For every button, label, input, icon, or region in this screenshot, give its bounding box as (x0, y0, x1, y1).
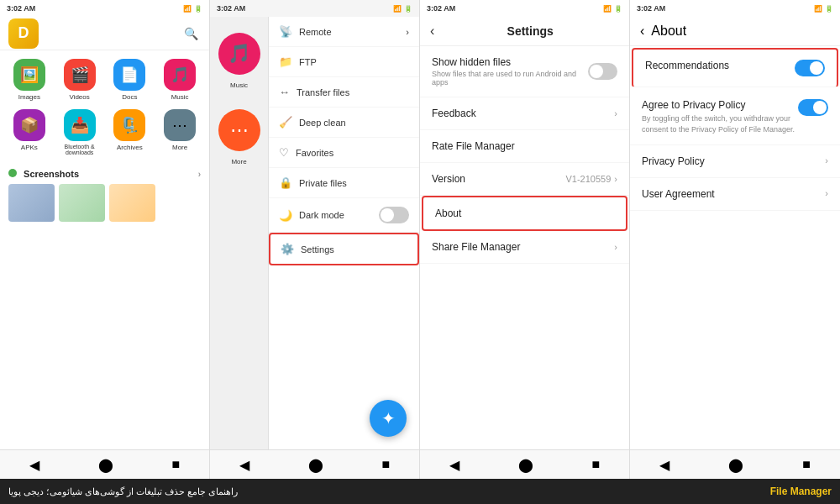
app-apks[interactable]: 📦 APKs (5, 106, 54, 159)
app-docs[interactable]: 📄 Docs (106, 55, 155, 104)
nav-home-icon-2[interactable]: ⬤ (308, 457, 323, 473)
search-icon[interactable]: 🔍 (181, 24, 201, 44)
app-music[interactable]: 🎵 Music (155, 55, 204, 104)
videos-label: Videos (69, 93, 89, 101)
bluetooth-label: Bluetooth & downloads (57, 144, 102, 155)
version-label: Version (432, 173, 465, 185)
bottom-bar: راهنمای جامع حذف تبلیغات از گوشی‌های شیا… (0, 479, 840, 504)
menu-transfer[interactable]: ↔ Transfer files (269, 77, 419, 108)
panel-settings: 3:02 AM 📶 🔋 ‹ Settings Show hidden files… (420, 0, 630, 479)
recommendations-toggle[interactable] (795, 60, 825, 76)
nav-home-icon-4[interactable]: ⬤ (728, 457, 743, 473)
privacy-toggle[interactable] (798, 99, 828, 116)
app-images[interactable]: 🖼️ Images (5, 55, 54, 104)
menu-remote-left: 📡 Remote (279, 25, 332, 38)
screenshots-header-left: Screenshots (8, 169, 79, 179)
sidebar-music-icon: 🎵 (218, 33, 260, 75)
nav-back-icon[interactable]: ◀ (29, 457, 39, 473)
status-icons-3: 📶 🔋 (603, 5, 622, 13)
time-1: 3:02 AM (7, 4, 35, 13)
nav-recents-icon-3[interactable]: ■ (591, 457, 600, 472)
wifi-icon: 📶 (183, 5, 192, 13)
status-icons-4: 📶 🔋 (814, 5, 833, 13)
nav-back-icon-3[interactable]: ◀ (449, 457, 459, 473)
about-privacy-agree[interactable]: Agree to Privacy Policy By toggling off … (630, 89, 840, 145)
nav-back-icon-2[interactable]: ◀ (239, 457, 249, 473)
menu-transfer-left: ↔ Transfer files (279, 86, 349, 98)
menu-darkmode[interactable]: 🌙 Dark mode (269, 198, 419, 233)
menu-ftp[interactable]: 📁 FTP (269, 47, 419, 77)
settings-share[interactable]: Share File Manager › (420, 231, 629, 264)
privacy-policy-label: Privacy Policy (642, 155, 818, 167)
battery-icon-4: 🔋 (825, 5, 833, 13)
nav-recents-icon-4[interactable]: ■ (802, 457, 811, 472)
screenshots-row (0, 184, 209, 230)
version-value: V1-210559 (566, 174, 612, 184)
private-icon: 🔒 (279, 176, 292, 189)
menu-settings[interactable]: ⚙️ Settings (269, 233, 419, 265)
images-label: Images (18, 93, 40, 101)
apks-icon: 📦 (13, 109, 45, 141)
about-recommendations[interactable]: Recommendations (632, 48, 838, 87)
status-bar-3: 3:02 AM 📶 🔋 (420, 0, 629, 17)
dot-indicator (8, 169, 17, 177)
menu-favorites[interactable]: ♡ Favorites (269, 138, 419, 168)
nav-home-icon-3[interactable]: ⬤ (518, 457, 533, 473)
settings-version[interactable]: Version V1-210559 › (420, 163, 629, 196)
about-user-agreement[interactable]: User Agreement › (630, 178, 840, 211)
sidebar-music[interactable]: 🎵 Music (215, 21, 264, 94)
menu-remote[interactable]: 📡 Remote › (269, 17, 419, 47)
status-bar-4: 3:02 AM 📶 🔋 (630, 0, 840, 17)
settings-hidden-files[interactable]: Show hidden files Show files that are us… (420, 46, 629, 97)
wifi-icon-2: 📶 (393, 5, 402, 13)
sidebar-more-label: More (231, 158, 246, 165)
panel-about: 3:02 AM 📶 🔋 ‹ About Recommendations Agre… (630, 0, 840, 479)
menu-private[interactable]: 🔒 Private files (269, 168, 419, 198)
panel-sidebar-menu: 3:02 AM 📶 🔋 🔍 🎵 Music ⋯ More 📡 (210, 0, 420, 479)
favorites-label: Favorites (296, 148, 333, 158)
menu-deepclean-left: 🧹 Deep clean (279, 116, 346, 129)
back-arrow-4[interactable]: ‹ (640, 24, 644, 39)
screenshots-section[interactable]: Screenshots › (0, 164, 209, 184)
app-videos[interactable]: 🎬 Videos (55, 55, 104, 104)
hidden-files-sub: Show files that are used to run Android … (432, 70, 588, 87)
ftp-icon: 📁 (279, 55, 292, 68)
sidebar-more[interactable]: ⋯ More (215, 97, 264, 171)
version-arrow: › (614, 174, 617, 184)
transfer-label: Transfer files (297, 87, 349, 97)
app-archives[interactable]: 🗜️ Archives (106, 106, 155, 159)
about-title: About (651, 24, 686, 39)
privacy-agree-main: Agree to Privacy Policy By toggling off … (642, 99, 798, 134)
nav-back-icon-4[interactable]: ◀ (659, 457, 669, 473)
hidden-files-toggle[interactable] (588, 63, 617, 80)
app-bluetooth[interactable]: 📥 Bluetooth & downloads (55, 106, 104, 159)
recommendations-label: Recommendations (645, 60, 795, 71)
darkmode-icon: 🌙 (279, 209, 292, 222)
music-label: Music (171, 93, 189, 101)
panel4-bottom-nav: ◀ ⬤ ■ (630, 449, 840, 479)
back-arrow-3[interactable]: ‹ (430, 24, 434, 39)
screenshot-thumb-3 (109, 184, 155, 222)
nav-recents-icon-2[interactable]: ■ (381, 457, 390, 472)
menu-deepclean[interactable]: 🧹 Deep clean (269, 108, 419, 138)
battery-icon-3: 🔋 (614, 5, 622, 13)
app-grid: 🖼️ Images 🎬 Videos 📄 Docs 🎵 Music 📦 APKs… (0, 50, 209, 164)
settings-label: Settings (301, 244, 334, 255)
sidebar-icon-list: 🎵 Music ⋯ More (210, 17, 269, 479)
settings-title: Settings (441, 24, 619, 38)
settings-feedback[interactable]: Feedback › (420, 97, 629, 130)
nav-recents-icon[interactable]: ■ (171, 457, 180, 472)
hidden-files-main: Show hidden files Show files that are us… (432, 56, 588, 87)
menu-settings-left: ⚙️ Settings (281, 243, 334, 255)
settings-rate[interactable]: Rate File Manager (420, 130, 629, 163)
app-more[interactable]: ⋯ More (155, 106, 204, 159)
nav-home-icon[interactable]: ⬤ (98, 457, 113, 473)
settings-about[interactable]: About (422, 196, 627, 231)
darkmode-label: Dark mode (299, 210, 344, 220)
about-privacy-policy[interactable]: Privacy Policy › (630, 145, 840, 178)
menu-darkmode-left: 🌙 Dark mode (279, 209, 344, 222)
darkmode-toggle[interactable] (379, 207, 409, 223)
fab-button[interactable]: ✦ (370, 400, 407, 437)
recommendations-main: Recommendations (645, 60, 795, 71)
sidebar-more-icon: ⋯ (218, 109, 260, 151)
